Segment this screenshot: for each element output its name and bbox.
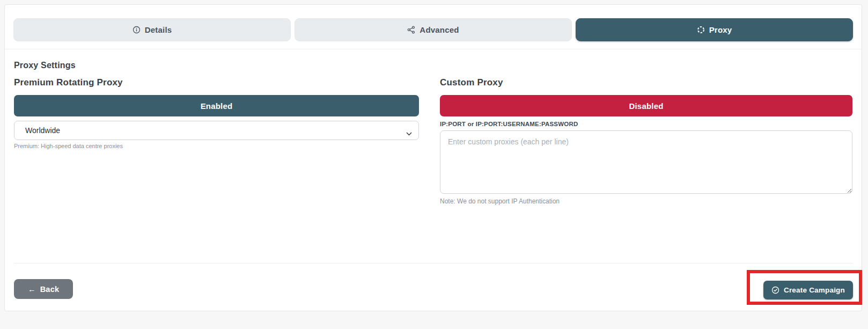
back-arrow-icon: ← bbox=[28, 285, 36, 294]
premium-proxy-column: Premium Rotating Proxy Enabled Worldwide… bbox=[14, 77, 419, 205]
create-campaign-button[interactable]: Create Campaign bbox=[763, 281, 853, 299]
custom-proxy-column: Custom Proxy Disabled IP:PORT or IP:PORT… bbox=[440, 77, 852, 205]
campaign-settings-card: Details Advanced bbox=[4, 4, 862, 311]
tab-advanced-label: Advanced bbox=[420, 25, 459, 34]
footer-divider bbox=[14, 263, 853, 264]
premium-proxy-helper-text: Premium: High-speed data centre proxies bbox=[14, 143, 419, 149]
section-title: Proxy Settings bbox=[14, 61, 852, 70]
info-circle-icon bbox=[133, 26, 141, 34]
create-campaign-label: Create Campaign bbox=[784, 286, 845, 294]
tab-details[interactable]: Details bbox=[13, 18, 291, 41]
tab-proxy-label: Proxy bbox=[709, 25, 732, 34]
check-circle-icon bbox=[771, 286, 779, 294]
premium-proxy-title: Premium Rotating Proxy bbox=[14, 77, 419, 88]
share-nodes-icon bbox=[407, 26, 415, 34]
region-select[interactable]: Worldwide bbox=[14, 121, 419, 140]
tab-header: Details Advanced bbox=[5, 5, 862, 49]
custom-proxy-title: Custom Proxy bbox=[440, 77, 852, 88]
back-button[interactable]: ← Back bbox=[14, 279, 73, 299]
back-button-label: Back bbox=[40, 285, 59, 294]
custom-proxies-textarea[interactable] bbox=[440, 130, 852, 194]
premium-proxy-status-label: Enabled bbox=[201, 101, 233, 111]
tab-advanced[interactable]: Advanced bbox=[295, 18, 572, 41]
ip-auth-note: Note: We do not support IP Authenticatio… bbox=[440, 198, 852, 205]
custom-proxy-toggle-button[interactable]: Disabled bbox=[440, 95, 852, 116]
premium-proxy-toggle-button[interactable]: Enabled bbox=[14, 95, 419, 116]
custom-proxy-status-label: Disabled bbox=[629, 101, 663, 111]
tab-proxy[interactable]: Proxy bbox=[576, 18, 853, 41]
proxy-format-label: IP:PORT or IP:PORT:USERNAME:PASSWORD bbox=[440, 121, 852, 127]
tab-bar: Details Advanced bbox=[13, 18, 853, 41]
dashed-circle-icon bbox=[697, 26, 705, 34]
proxy-settings-panel: Proxy Settings Premium Rotating Proxy En… bbox=[5, 61, 862, 205]
tab-details-label: Details bbox=[145, 25, 172, 34]
